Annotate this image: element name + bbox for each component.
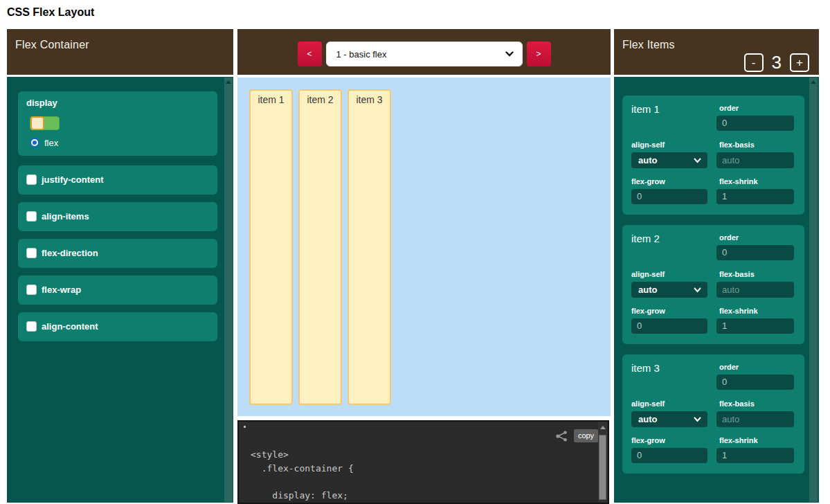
right-panel-scrollbar[interactable] (809, 78, 818, 502)
display-card: display flex (18, 91, 217, 156)
flex-preview-container: item 1 item 2 item 3 (237, 78, 611, 416)
display-toggle[interactable] (30, 116, 60, 130)
example-select-value: 1 - basic flex (336, 49, 387, 60)
align-items-label: align-items (42, 211, 89, 222)
order-input[interactable]: 0 (716, 375, 794, 390)
code-panel: copy <style> .flex-container { display: … (237, 420, 609, 504)
example-select[interactable]: 1 - basic flex (326, 42, 523, 66)
property-card-justify-content: justify-content (18, 165, 217, 195)
flex-container-panel-header: Flex Container (7, 29, 233, 75)
item-card-title: item 3 (631, 362, 660, 374)
next-example-button[interactable]: > (527, 42, 551, 66)
flex-basis-label: flex-basis (719, 399, 755, 408)
flex-item-card-2: item 2 order 0 align-self auto flex-basi… (622, 225, 804, 344)
remove-item-button[interactable]: - (744, 53, 764, 72)
flex-basis-placeholder: auto (722, 285, 739, 295)
flex-item-1: item 1 (249, 89, 293, 405)
flex-basis-label: flex-basis (719, 270, 755, 278)
flex-item-card-3: item 3 order 0 align-self auto flex-basi… (622, 354, 804, 474)
align-self-select[interactable]: auto (631, 411, 707, 427)
page-title: CSS Flex Layout (7, 6, 94, 19)
flex-item-3: item 3 (348, 89, 391, 405)
order-label: order (719, 363, 739, 371)
flex-shrink-input[interactable]: 1 (716, 318, 794, 334)
item-count-controls: - 3 + (744, 52, 809, 73)
align-content-checkbox[interactable] (26, 321, 37, 332)
flex-item-2-label: item 2 (307, 94, 333, 105)
flex-shrink-label: flex-shrink (719, 177, 758, 186)
order-label: order (719, 104, 739, 112)
flex-shrink-label: flex-shrink (719, 436, 758, 444)
property-card-align-content: align-content (18, 312, 217, 341)
flex-grow-value: 0 (637, 321, 642, 331)
align-self-select[interactable]: auto (631, 152, 707, 168)
scroll-up-icon (226, 80, 231, 84)
flex-grow-input[interactable]: 0 (631, 318, 707, 334)
justify-content-checkbox[interactable] (26, 174, 37, 185)
flex-shrink-input[interactable]: 1 (716, 448, 794, 463)
order-value: 0 (722, 118, 727, 128)
order-input[interactable]: 0 (716, 116, 794, 131)
display-toggle-knob (30, 116, 44, 130)
justify-content-label: justify-content (42, 174, 104, 185)
app: CSS Flex Layout Flex Container display f… (0, 0, 830, 504)
item-card-title: item 2 (631, 233, 660, 244)
align-items-checkbox[interactable] (26, 211, 37, 222)
flex-basis-input[interactable]: auto (716, 411, 794, 427)
flex-shrink-value: 1 (722, 321, 727, 331)
property-card-flex-wrap: flex-wrap (18, 276, 217, 305)
flex-shrink-label: flex-shrink (719, 307, 758, 315)
align-self-label: align-self (631, 270, 665, 278)
flex-item-2: item 2 (298, 89, 342, 405)
flex-basis-label: flex-basis (719, 141, 755, 149)
flex-direction-checkbox[interactable] (26, 248, 37, 258)
flex-grow-value: 0 (637, 450, 642, 460)
flex-grow-label: flex-grow (631, 177, 665, 186)
code-line: display: flex; (251, 489, 354, 503)
flex-items-panel-header: Flex Items - 3 + (614, 29, 819, 75)
copy-button[interactable]: copy (574, 429, 598, 442)
flex-wrap-checkbox[interactable] (26, 285, 37, 295)
code-scrollbar[interactable] (598, 422, 607, 503)
align-self-label: align-self (631, 399, 665, 408)
flex-shrink-input[interactable]: 1 (716, 189, 794, 204)
flex-item-3-label: item 3 (356, 94, 382, 105)
flex-items-panel-body: item 1 order 0 align-self auto flex-basi… (614, 77, 819, 503)
flex-item-card-1: item 1 order 0 align-self auto flex-basi… (622, 96, 804, 215)
flex-item-1-label: item 1 (258, 94, 284, 105)
flex-grow-input[interactable]: 0 (631, 189, 707, 204)
order-value: 0 (722, 377, 727, 387)
prev-example-button[interactable]: < (298, 42, 322, 66)
share-icon[interactable] (556, 431, 568, 442)
flex-grow-label: flex-grow (631, 307, 665, 315)
code-scrollbar-thumb[interactable] (599, 435, 606, 500)
order-input[interactable]: 0 (716, 245, 794, 260)
align-self-value: auto (638, 285, 657, 295)
left-panel-scrollbar[interactable] (224, 78, 233, 502)
flex-basis-input[interactable]: auto (716, 152, 794, 168)
flex-shrink-value: 1 (722, 191, 727, 201)
flex-grow-input[interactable]: 0 (631, 448, 707, 463)
flex-radio-label: flex (44, 138, 58, 148)
flex-direction-label: flex-direction (42, 248, 98, 258)
flex-container-panel-body: display flex justify-content align-items… (7, 77, 233, 503)
display-label: display (26, 98, 57, 108)
code-line: .flex-container { (251, 462, 354, 476)
flex-radio[interactable] (30, 138, 39, 147)
code-cursor-dot (244, 426, 246, 428)
flex-grow-value: 0 (637, 191, 642, 201)
scroll-up-icon (600, 426, 606, 429)
item-card-title: item 1 (631, 103, 660, 115)
chevron-down-icon (694, 417, 701, 422)
flex-basis-input[interactable]: auto (716, 282, 794, 298)
example-nav-row: < 1 - basic flex > (237, 42, 611, 66)
property-card-align-items: align-items (18, 202, 217, 231)
order-value: 0 (722, 247, 727, 258)
flex-wrap-label: flex-wrap (42, 285, 81, 295)
align-self-select[interactable]: auto (631, 282, 707, 298)
flex-shrink-value: 1 (722, 450, 727, 460)
add-item-button[interactable]: + (790, 53, 809, 72)
code-line: <style> (251, 448, 354, 462)
align-self-value: auto (638, 414, 657, 424)
chevron-down-icon (694, 287, 701, 293)
